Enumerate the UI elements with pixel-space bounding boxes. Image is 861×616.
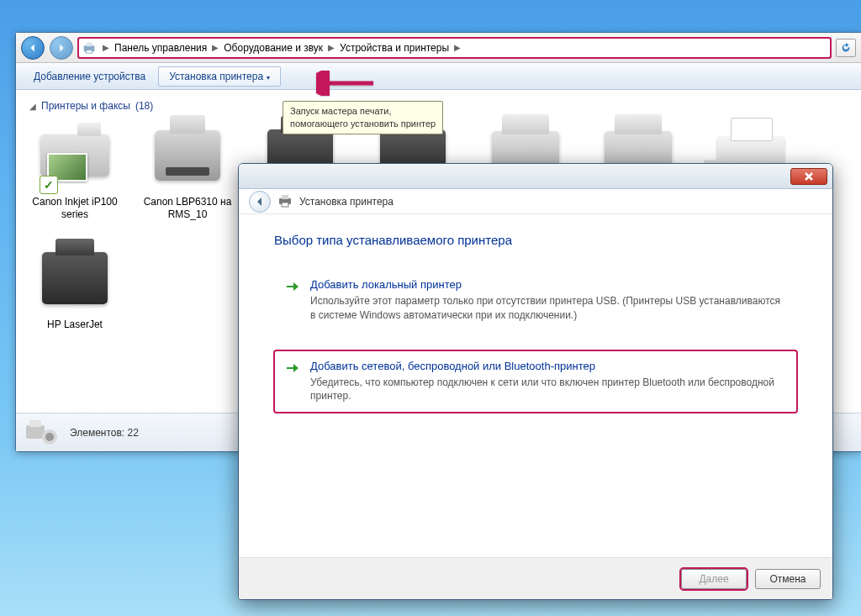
device-label: Canon Inkjet iP100 series <box>29 196 120 221</box>
arrow-right-icon <box>285 278 300 323</box>
forward-button[interactable] <box>50 36 73 60</box>
command-bar: Добавление устройства Установка принтера <box>16 63 861 90</box>
device-item[interactable]: Canon Inkjet iP100 series <box>29 118 120 221</box>
wizard-footer: Далее Отмена <box>239 557 832 599</box>
category-count: (18) <box>135 100 153 112</box>
breadcrumb-separator-icon: ▶ <box>209 43 222 52</box>
svg-rect-3 <box>26 425 45 439</box>
wizard-title: Установка принтера <box>299 196 394 208</box>
arrow-right-icon <box>285 360 300 404</box>
svg-rect-10 <box>282 203 288 207</box>
add-device-button[interactable]: Добавление устройства <box>23 66 156 87</box>
device-label: Canon LBP6310 на RMS_10 <box>142 196 233 221</box>
device-label: HP LaserJet <box>29 319 120 331</box>
navigation-bar: ▶ Панель управления ▶ Оборудование и зву… <box>16 33 861 63</box>
add-printer-wizard: Установка принтера Выбор типа устанавлив… <box>238 163 833 600</box>
breadcrumb-separator-icon: ▶ <box>325 43 338 52</box>
cancel-button[interactable]: Отмена <box>755 569 821 589</box>
printer-icon <box>277 194 293 209</box>
address-bar[interactable]: ▶ Панель управления ▶ Оборудование и зву… <box>78 38 831 58</box>
back-button[interactable] <box>21 36 45 60</box>
collapse-triangle-icon[interactable]: ◢ <box>29 102 36 111</box>
svg-rect-1 <box>86 42 92 45</box>
wizard-heading: Выбор типа устанавливаемого принтера <box>274 233 797 247</box>
option-title: Добавить локальный принтер <box>310 278 786 291</box>
svg-rect-4 <box>29 420 41 427</box>
status-text: Элементов: 22 <box>70 427 139 439</box>
wizard-back-button[interactable] <box>249 191 271 213</box>
option-description: Убедитесь, что компьютер подключен к сет… <box>310 376 786 404</box>
annotation-arrow-icon <box>316 71 375 96</box>
device-item[interactable]: Canon LBP6310 на RMS_10 <box>142 118 233 221</box>
breadcrumb-segment[interactable]: Панель управления <box>113 42 209 54</box>
refresh-button[interactable] <box>836 39 856 57</box>
breadcrumb-separator-icon: ▶ <box>451 43 464 52</box>
tooltip: Запуск мастера печати, помогающего устан… <box>283 101 443 134</box>
control-panel-icon <box>82 41 96 55</box>
breadcrumb-segment[interactable]: Устройства и принтеры <box>338 42 451 54</box>
breadcrumb-separator-icon: ▶ <box>99 43 113 52</box>
add-printer-button[interactable]: Установка принтера <box>158 66 281 87</box>
wizard-body: Выбор типа устанавливаемого принтера Доб… <box>239 214 832 557</box>
option-description: Используйте этот параметр только при отс… <box>310 294 786 323</box>
svg-point-6 <box>45 433 54 441</box>
device-item[interactable]: HP LaserJet <box>29 241 120 331</box>
wizard-header: Установка принтера <box>239 189 832 214</box>
option-local-printer[interactable]: Добавить локальный принтер Используйте э… <box>274 269 797 332</box>
close-button[interactable] <box>790 168 827 185</box>
option-network-printer[interactable]: Добавить сетевой, беспроводной или Bluet… <box>274 350 797 413</box>
option-title: Добавить сетевой, беспроводной или Bluet… <box>310 360 786 372</box>
svg-rect-2 <box>86 50 92 53</box>
default-printer-badge-icon <box>40 176 58 194</box>
next-button[interactable]: Далее <box>681 569 747 589</box>
category-title: Принтеры и факсы <box>41 100 130 112</box>
breadcrumb-segment[interactable]: Оборудование и звук <box>222 42 325 54</box>
status-devices-icon <box>24 419 60 447</box>
wizard-titlebar[interactable] <box>239 164 832 189</box>
svg-rect-9 <box>282 195 288 199</box>
